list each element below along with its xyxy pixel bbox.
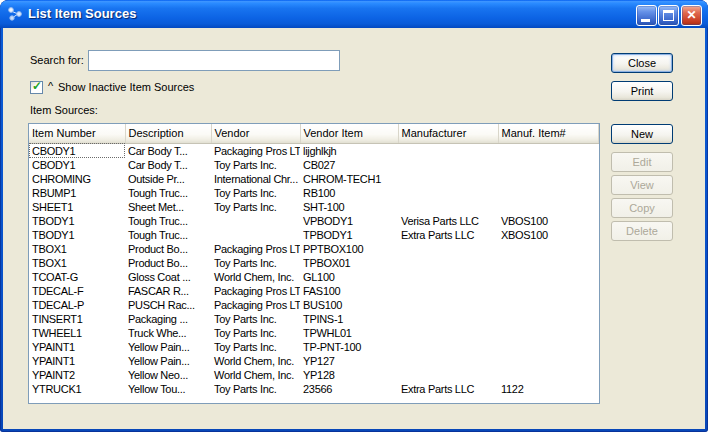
table-cell: Extra Parts LLC	[398, 382, 498, 396]
table-row[interactable]: TBODY1Tough Truc...VPBODY1Verisa Parts L…	[29, 214, 599, 228]
table-cell	[498, 270, 599, 284]
close-window-button[interactable]: ✕	[681, 5, 702, 26]
table-cell: YTRUCK1	[29, 382, 125, 396]
search-label: Search for:	[30, 54, 84, 66]
print-button[interactable]: Print	[611, 81, 673, 101]
table-cell: RB100	[300, 186, 398, 200]
table-row[interactable]: YPAINT1Yellow Pain...World Chem, Inc.YP1…	[29, 354, 599, 368]
table-cell	[398, 186, 498, 200]
table-cell: VBOS100	[498, 214, 599, 228]
copy-button[interactable]: Copy	[611, 198, 673, 218]
show-inactive-label[interactable]: Show Inactive Item Sources	[58, 81, 194, 93]
table-row[interactable]: TBODY1Tough Truc...TPBODY1Extra Parts LL…	[29, 228, 599, 242]
table-cell	[498, 256, 599, 270]
table-cell: PPTBOX100	[300, 242, 398, 256]
table-cell: Toy Parts Inc.	[211, 158, 300, 172]
table-cell: CHROM-TECH1	[300, 172, 398, 186]
table-cell: Toy Parts Inc.	[211, 382, 300, 396]
caret-icon: ^	[48, 80, 53, 92]
column-header-item-number[interactable]: Item Number	[29, 124, 125, 143]
table-cell: Toy Parts Inc.	[211, 312, 300, 326]
app-icon	[7, 6, 23, 22]
maximize-button[interactable]	[658, 5, 679, 26]
table-cell: Extra Parts LLC	[398, 228, 498, 242]
search-input[interactable]	[88, 50, 340, 71]
new-button[interactable]: New	[611, 124, 673, 144]
table-cell: PUSCH Rac...	[125, 298, 211, 312]
table-cell: Packaging Pros LTD	[211, 242, 300, 256]
window-title: List Item Sources	[28, 0, 136, 28]
show-inactive-checkbox[interactable]	[30, 81, 43, 94]
item-sources-label: Item Sources:	[30, 104, 98, 116]
maximize-icon	[663, 10, 674, 21]
table-cell: Sheet Met...	[125, 200, 211, 214]
table-cell: TBOX1	[29, 256, 125, 270]
table-cell: CBODY1	[29, 158, 125, 172]
column-header-description[interactable]: Description	[125, 124, 211, 143]
table-cell: BUS100	[300, 298, 398, 312]
table-cell	[398, 143, 498, 158]
item-sources-table: Item Number Description Vendor Vendor It…	[29, 124, 599, 396]
table-cell: TBODY1	[29, 214, 125, 228]
table-cell	[498, 143, 599, 158]
table-cell: TCOAT-G	[29, 270, 125, 284]
table-row[interactable]: TCOAT-GGloss Coat ...World Chem, Inc.GL1…	[29, 270, 599, 284]
view-button[interactable]: View	[611, 175, 673, 195]
table-row[interactable]: YPAINT1Yellow Pain...Toy Parts Inc.TP-PN…	[29, 340, 599, 354]
table-cell: Yellow Pain...	[125, 354, 211, 368]
table-row[interactable]: RBUMP1Tough Truc...Toy Parts Inc.RB100	[29, 186, 599, 200]
minimize-button[interactable]	[636, 5, 657, 26]
table-cell	[211, 228, 300, 242]
table-cell: TPWHL01	[300, 326, 398, 340]
table-row[interactable]: CBODY1Car Body T...Packaging Pros LTDlij…	[29, 143, 599, 158]
table-cell	[498, 312, 599, 326]
column-header-manufacturer[interactable]: Manufacturer	[398, 124, 498, 143]
table-row[interactable]: TDECAL-FFASCAR R...Packaging Pros LTDFAS…	[29, 284, 599, 298]
table-cell	[398, 298, 498, 312]
list-item-sources-window: List Item Sources ✕ Search for: Close Pr…	[0, 0, 708, 432]
table-cell: TPBODY1	[300, 228, 398, 242]
table-row[interactable]: CBODY1Car Body T...Toy Parts Inc.CB027	[29, 158, 599, 172]
table-row[interactable]: YTRUCK1Yellow Tou...Toy Parts Inc.23566E…	[29, 382, 599, 396]
table-cell	[498, 298, 599, 312]
table-cell: 23566	[300, 382, 398, 396]
table-row[interactable]: TBOX1Product Bo...Packaging Pros LTDPPTB…	[29, 242, 599, 256]
column-header-manuf-item[interactable]: Manuf. Item#	[498, 124, 599, 143]
table-row[interactable]: SHEET1Sheet Met...Toy Parts Inc.SHT-100	[29, 200, 599, 214]
table-cell: Yellow Pain...	[125, 340, 211, 354]
table-cell: Tough Truc...	[125, 228, 211, 242]
table-row[interactable]: TDECAL-PPUSCH Rac...Packaging Pros LTDBU…	[29, 298, 599, 312]
table-row[interactable]: TBOX1Product Bo...Toy Parts Inc.TPBOX01	[29, 256, 599, 270]
table-cell	[398, 340, 498, 354]
table-row[interactable]: TWHEEL1Truck Whe...Toy Parts Inc.TPWHL01	[29, 326, 599, 340]
table-cell: Product Bo...	[125, 256, 211, 270]
table-row[interactable]: YPAINT2Yellow Neo...World Chem, Inc.YP12…	[29, 368, 599, 382]
table-cell: YPAINT1	[29, 340, 125, 354]
column-header-vendor[interactable]: Vendor	[211, 124, 300, 143]
table-cell: Gloss Coat ...	[125, 270, 211, 284]
table-row[interactable]: CHROMINGOutside Pr...International Chr..…	[29, 172, 599, 186]
table-cell	[498, 242, 599, 256]
close-button[interactable]: Close	[611, 53, 673, 73]
table-cell: 1122	[498, 382, 599, 396]
table-cell: RBUMP1	[29, 186, 125, 200]
table-cell	[398, 312, 498, 326]
table-cell: TPBOX01	[300, 256, 398, 270]
table-cell: TWHEEL1	[29, 326, 125, 340]
delete-button[interactable]: Delete	[611, 221, 673, 241]
table-cell: lijghlkjh	[300, 143, 398, 158]
edit-button[interactable]: Edit	[611, 152, 673, 172]
table-cell: TPINS-1	[300, 312, 398, 326]
table-cell: Toy Parts Inc.	[211, 200, 300, 214]
table-row[interactable]: TINSERT1Packaging ...Toy Parts Inc.TPINS…	[29, 312, 599, 326]
table-cell: SHT-100	[300, 200, 398, 214]
table-cell: TBODY1	[29, 228, 125, 242]
table-cell: FAS100	[300, 284, 398, 298]
table-cell: Product Bo...	[125, 242, 211, 256]
table-cell: FASCAR R...	[125, 284, 211, 298]
table-cell	[398, 284, 498, 298]
column-header-vendor-item[interactable]: Vendor Item	[300, 124, 398, 143]
table-cell: Yellow Tou...	[125, 382, 211, 396]
table-cell: World Chem, Inc.	[211, 354, 300, 368]
table-cell	[498, 186, 599, 200]
